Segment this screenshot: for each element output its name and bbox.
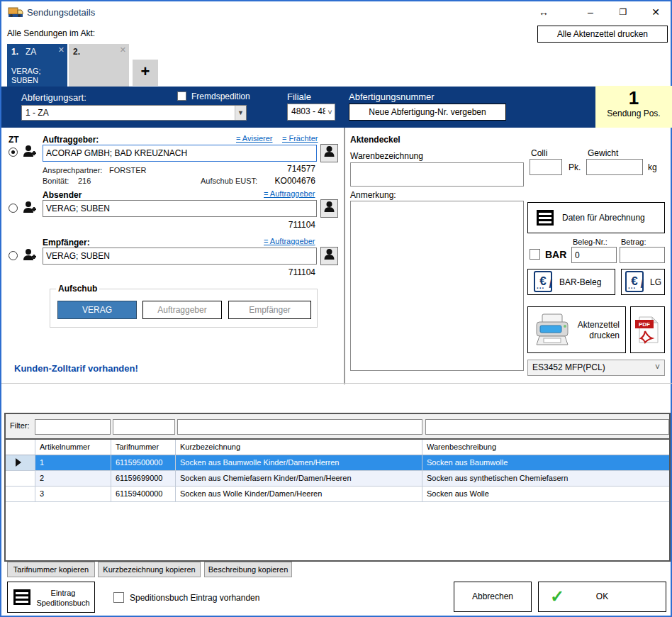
abfertigungsnummer-label: Abfertigungsnummer [349,91,435,102]
cell-kurzbezeichnung[interactable]: Socken aus Chemiefasern Kinder/Damen/Hee… [176,471,422,486]
col-header-kurzbezeichnung[interactable]: Kurzbezeichnung [176,440,422,455]
tab1-close-icon[interactable]: ✕ [58,45,65,55]
articles-table: Filter: Artikelnummer Tarifnummer Kurzbe… [4,413,671,562]
table-row[interactable]: 1 61159500000 Socken aus Baumwolle Kinde… [6,455,669,471]
gewicht-input[interactable] [586,159,643,175]
cell-tarifnummer[interactable]: 61159400000 [111,487,176,501]
anmerkung-textarea[interactable] [350,201,524,371]
bar-beleg-button[interactable]: € BAR-Beleg [527,269,615,295]
beschreibung-kopieren-button[interactable]: Beschreibung kopieren [204,562,292,577]
cell-warenbeschreibung[interactable]: Socken aus Baumwolle [422,455,669,470]
filter-artikelnummer-input[interactable] [35,419,111,435]
printer-dropdown[interactable]: ES3452 MFP(PCL) ˅ [527,360,665,376]
add-contact-icon[interactable] [21,199,38,218]
lg-label: LG [650,277,661,287]
table-row[interactable]: 2 61159699000 Socken aus Chemiefasern Ki… [6,471,669,487]
empfaenger-input[interactable] [43,248,317,265]
pdf-export-button[interactable]: PDF [630,306,665,353]
resize-icon[interactable]: ↔ [534,4,553,20]
add-tab-button[interactable]: + [133,60,158,86]
neue-abfertigung-button[interactable]: Neue Abfertigung-Nr. vergeben [349,104,506,121]
bonitaet-label: Bonität: [43,177,69,185]
cell-tarifnummer[interactable]: 61159699000 [111,471,176,486]
col-header-artikelnummer[interactable]: Artikelnummer [35,440,111,455]
app-truck-icon [8,6,23,21]
col-header-warenbeschreibung[interactable]: Warenbeschreibung [422,440,669,455]
add-contact-icon[interactable] [21,247,38,266]
beleg-nr-input[interactable] [571,247,617,263]
empfaenger-auftraggeber-link[interactable]: = Auftraggeber [264,237,315,245]
table-row[interactable]: 3 61159400000 Socken aus Wolle Kinder/Da… [6,487,669,502]
absender-input[interactable] [43,200,317,217]
row-selector-cell[interactable] [6,455,35,470]
row-selector-cell[interactable] [6,471,35,486]
eintrag-speditionsbuch-button[interactable]: Eintrag Speditionsbuch [7,582,95,613]
bar-checkbox[interactable] [530,249,540,260]
aufschub-empfaenger-button[interactable]: Empfänger [228,301,311,319]
cell-artikelnummer[interactable]: 3 [35,487,111,501]
auftraggeber-radio[interactable] [9,148,18,157]
filiale-dropdown[interactable]: 4803 - 480 ˅ [287,104,335,121]
empfaenger-radio[interactable] [9,251,18,260]
empfaenger-label: Empfänger: [43,238,90,248]
cell-kurzbezeichnung[interactable]: Socken aus Baumwolle Kinder/Damen/Herren [176,455,422,470]
daten-abrechnung-button[interactable]: Daten für Abrechnung [527,202,665,233]
bonitaet-value: 216 [78,177,91,185]
tarifnummer-kopieren-button[interactable]: Tarifnummer kopieren [7,562,95,577]
filter-warenbeschreibung-input[interactable] [425,419,669,435]
ok-label: OK [539,591,666,601]
section-divider [1,383,672,384]
empfaenger-contact-button[interactable] [320,247,338,265]
warenbezeichnung-textarea[interactable] [350,162,524,187]
pk-label: Pk. [569,162,581,172]
alle-aktenzettel-drucken-button[interactable]: Alle Aktenzettel drucken [537,26,668,43]
col-header-tarifnummer[interactable]: Tarifnummer [111,440,176,455]
absender-radio[interactable] [9,204,18,213]
printer-value: ES3452 MFP(PCL) [532,362,605,372]
absender-auftraggeber-link[interactable]: = Auftraggeber [264,189,315,198]
fremdspedition-checkbox[interactable] [177,91,186,101]
abfertigungsart-dropdown[interactable]: 1 - ZA ▼ [21,105,247,121]
filter-kurzbezeichnung-input[interactable] [177,419,422,435]
filter-tarifnummer-input[interactable] [113,419,175,435]
cell-artikelnummer[interactable]: 1 [35,455,111,470]
aufschub-auftraggeber-button[interactable]: Auftraggeber [142,301,222,319]
aktenzettel-drucken-button[interactable]: Aktenzettel drucken [527,306,626,353]
colli-label: Colli [531,148,547,158]
auftraggeber-input[interactable] [43,145,317,162]
row-selector-cell[interactable] [6,487,35,501]
fraechter-link[interactable]: = Frächter [282,134,318,143]
printer-icon [534,313,571,350]
auftraggeber-contact-button[interactable] [320,144,338,162]
maximize-button[interactable]: ❐ [614,4,632,20]
fremdspedition-label: Fremdspedition [191,91,250,101]
betrag-input[interactable] [620,247,665,263]
ok-button[interactable]: ✓ OK [538,582,666,612]
lg-button[interactable]: € LG [621,269,665,295]
sendungsdetails-window: Sendungsdetails ↔ – ❐ ✕ Alle Sendungen i… [0,0,672,617]
absender-contact-button[interactable] [320,199,338,218]
kurzbezeichnung-kopieren-button[interactable]: Kurzbezeichnung kopieren [98,562,201,577]
eintrag-speditionsbuch-label: Eintrag Speditionsbuch [36,588,90,608]
aufschub-verag-button[interactable]: VERAG [57,301,137,319]
cell-warenbeschreibung[interactable]: Socken aus Wolle [422,487,669,501]
avisierer-link[interactable]: = Avisierer [236,134,272,143]
abbrechen-button[interactable]: Abbrechen [454,582,532,612]
chevron-down-icon: ˅ [655,362,660,372]
kg-label: kg [648,162,657,172]
cell-warenbeschreibung[interactable]: Socken aus synthetischen Chemiefasern [422,471,669,486]
tab-sendung-1[interactable]: 1. ZA ✕ VERAG; SUBEN [7,44,67,87]
aufschub-group: Aufschub VERAG Auftraggeber Empfänger [50,289,318,328]
cell-artikelnummer[interactable]: 2 [35,471,111,486]
tab2-number: 2. [73,47,80,57]
colli-input[interactable] [530,159,562,175]
close-button[interactable]: ✕ [646,4,665,20]
tab2-close-icon[interactable]: ✕ [120,45,126,55]
speditionsbuch-checkbox[interactable] [113,592,124,603]
cell-kurzbezeichnung[interactable]: Socken aus Wolle Kinder/Damen/Heeren [176,487,422,501]
bar-beleg-label: BAR-Beleg [559,277,601,287]
cell-tarifnummer[interactable]: 61159500000 [111,455,176,470]
tab-sendung-2[interactable]: 2. ✕ [69,44,129,87]
minimize-button[interactable]: – [581,4,600,20]
add-contact-icon[interactable] [21,143,38,162]
